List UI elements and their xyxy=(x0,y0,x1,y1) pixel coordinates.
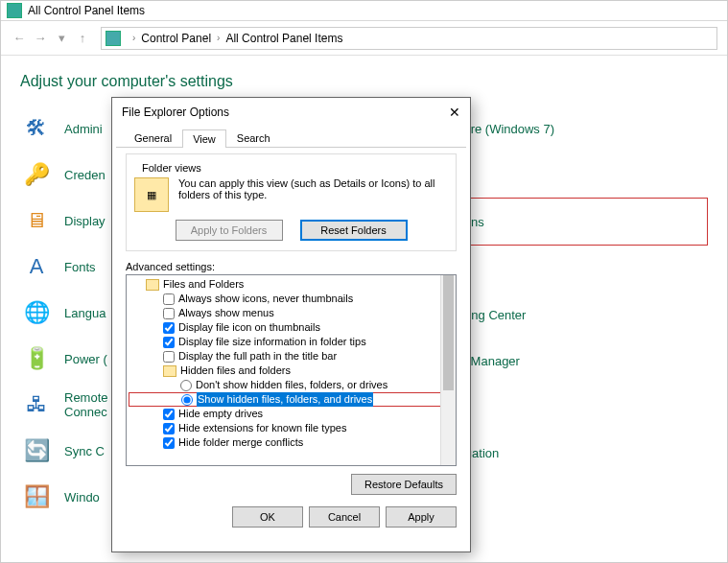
item-icon: 🔋 xyxy=(20,342,53,375)
item-label: Power ( xyxy=(64,352,107,366)
tree-opt-hide-merge[interactable]: Hide folder merge conflicts xyxy=(129,435,454,450)
checkbox[interactable] xyxy=(163,337,175,348)
reset-folders-button[interactable]: Reset Folders xyxy=(300,220,408,241)
tree-opt-show-hidden[interactable]: Show hidden files, folders, and drives xyxy=(129,392,454,407)
nav-toolbar: ← → ▾ ↑ › Control Panel › All Control Pa… xyxy=(1,21,727,56)
window-title: All Control Panel Items xyxy=(28,4,145,17)
restore-defaults-button[interactable]: Restore Defaults xyxy=(351,474,457,495)
tree-opt-menus[interactable]: Always show menus xyxy=(129,306,454,320)
item-label: Remote Connec xyxy=(64,390,108,419)
item-icon: A xyxy=(20,250,53,283)
cancel-button[interactable]: Cancel xyxy=(309,506,380,528)
close-button[interactable]: ✕ xyxy=(449,105,460,120)
control-panel-icon xyxy=(7,3,22,18)
radio[interactable] xyxy=(181,394,193,406)
page-heading: Adjust your computer's settings xyxy=(20,73,727,90)
item-label: Creden xyxy=(64,168,106,182)
item-icon: 🖥 xyxy=(20,204,53,237)
item-icon: 🔄 xyxy=(20,434,53,467)
control-panel-icon xyxy=(106,31,121,46)
apply-button[interactable]: Apply xyxy=(386,506,457,528)
advanced-settings-tree[interactable]: Files and Folders Always show icons, nev… xyxy=(126,274,457,466)
advanced-settings-label: Advanced settings: xyxy=(126,261,457,272)
item-label: Windo xyxy=(64,490,100,504)
tree-opt-fullpath[interactable]: Display the full path in the title bar xyxy=(129,349,454,364)
scrollbar[interactable] xyxy=(440,275,456,465)
dialog-tabs: General View Search xyxy=(116,129,466,148)
forward-button[interactable]: → xyxy=(32,30,49,47)
item-icon: 🔑 xyxy=(20,158,53,191)
file-explorer-options-dialog: File Explorer Options ✕ General View Sea… xyxy=(111,97,471,552)
tree-opt-dont-show-hidden[interactable]: Don't show hidden files, folders, or dri… xyxy=(129,378,454,392)
address-bar[interactable]: › Control Panel › All Control Panel Item… xyxy=(101,27,717,50)
item-label: Fonts xyxy=(64,260,96,274)
apply-to-folders-button[interactable]: Apply to Folders xyxy=(176,220,283,241)
history-dropdown[interactable]: ▾ xyxy=(53,30,70,47)
chevron-right-icon: › xyxy=(132,33,135,43)
item-label: Sync C xyxy=(64,444,105,458)
tab-search[interactable]: Search xyxy=(226,129,281,147)
item-label: Admini xyxy=(64,122,103,136)
dialog-title: File Explorer Options xyxy=(122,106,229,119)
tree-opt-hide-ext[interactable]: Hide extensions for known file types xyxy=(129,421,454,435)
ok-button[interactable]: OK xyxy=(232,506,303,528)
back-button[interactable]: ← xyxy=(11,30,28,47)
scrollbar-thumb[interactable] xyxy=(443,275,454,390)
folder-views-icon: ▦ xyxy=(134,177,169,212)
chevron-right-icon: › xyxy=(217,33,220,43)
folder-views-label: Folder views xyxy=(138,162,205,174)
checkbox[interactable] xyxy=(163,423,175,434)
tree-folder-hidden[interactable]: Hidden files and folders xyxy=(129,364,454,378)
item-icon: 🖧 xyxy=(20,388,53,421)
folder-views-group: Folder views ▦ You can apply this view (… xyxy=(126,153,457,251)
dialog-titlebar: File Explorer Options ✕ xyxy=(112,98,470,127)
breadcrumb-all-items[interactable]: All Control Panel Items xyxy=(225,32,342,45)
checkbox[interactable] xyxy=(163,437,175,449)
checkbox[interactable] xyxy=(163,293,175,305)
tab-view[interactable]: View xyxy=(182,129,226,148)
folder-icon xyxy=(146,279,159,291)
checkbox[interactable] xyxy=(163,409,175,420)
breadcrumb-control-panel[interactable]: Control Panel xyxy=(141,32,211,45)
tree-opt-hide-empty[interactable]: Hide empty drives xyxy=(129,407,454,421)
checkbox[interactable] xyxy=(163,351,175,363)
checkbox[interactable] xyxy=(163,308,175,319)
tree-opt-icons[interactable]: Always show icons, never thumbnails xyxy=(129,292,454,306)
folder-icon xyxy=(163,365,176,377)
item-label: Display xyxy=(64,214,106,228)
tab-general[interactable]: General xyxy=(124,129,182,147)
up-button[interactable]: ↑ xyxy=(74,30,91,47)
tree-folder-files[interactable]: Files and Folders xyxy=(129,277,454,292)
item-icon: 🛠 xyxy=(20,112,53,145)
item-label: Langua xyxy=(64,306,106,320)
radio[interactable] xyxy=(180,380,192,391)
item-icon: 🪟 xyxy=(20,481,53,513)
window-titlebar: All Control Panel Items xyxy=(1,1,727,21)
item-icon: 🌐 xyxy=(20,296,53,329)
checkbox[interactable] xyxy=(163,322,175,334)
folder-views-text: You can apply this view (such as Details… xyxy=(178,177,448,200)
tree-opt-filesize[interactable]: Display file size information in folder … xyxy=(129,335,454,349)
tree-opt-fileicon[interactable]: Display file icon on thumbnails xyxy=(129,320,454,335)
